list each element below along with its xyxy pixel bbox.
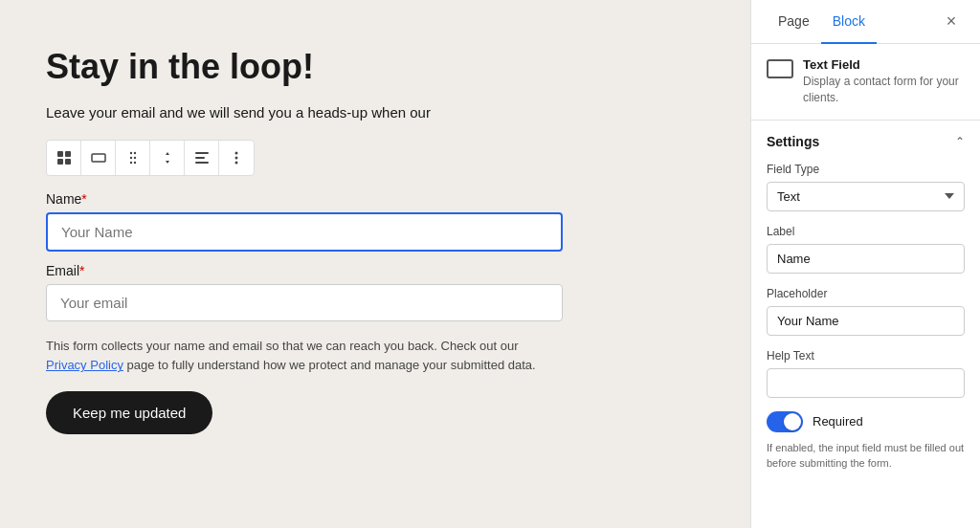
main-title: Stay in the loop! [46,46,704,87]
more-icon [234,151,238,165]
move-icon-button[interactable] [150,141,185,175]
name-field-wrapper[interactable] [46,212,563,252]
placeholder-input[interactable] [767,306,965,336]
help-text-input[interactable] [767,368,965,398]
settings-section: Settings ⌃ Field Type Text Email Number … [751,121,980,528]
submit-button[interactable]: Keep me updated [46,391,212,434]
email-input[interactable] [46,284,563,321]
align-icon [195,152,209,164]
name-input[interactable] [48,214,561,250]
field-type-select[interactable]: Text Email Number Textarea [767,182,965,211]
svg-point-7 [129,156,131,158]
svg-point-5 [129,151,131,153]
required-toggle[interactable] [767,411,803,432]
align-icon-button[interactable] [185,141,219,175]
block-type-icon [767,59,793,78]
name-label: Name* [46,191,704,207]
placeholder-label: Placeholder [767,287,965,300]
name-field-group: Name* [46,191,704,252]
subtitle: Leave your email and we will send you a … [46,102,704,124]
field-type-group: Field Type Text Email Number Textarea [767,163,965,211]
svg-point-6 [133,151,135,153]
privacy-text: This form collects your name and email s… [46,337,544,377]
required-help-text: If enabled, the input field must be fill… [767,440,965,472]
help-text-label: Help Text [767,349,965,363]
tab-block[interactable]: Block [821,0,877,44]
svg-rect-3 [65,159,71,165]
svg-point-10 [133,161,135,163]
left-panel: Stay in the loop! Leave your email and w… [0,0,750,528]
right-panel: Page Block × Text Field Display a contac… [750,0,980,528]
svg-point-9 [129,161,131,163]
settings-header: Settings ⌃ [767,134,965,149]
svg-rect-12 [195,157,205,159]
svg-point-16 [235,161,238,164]
help-text-group: Help Text [767,349,965,398]
privacy-link[interactable]: Privacy Policy [46,358,123,372]
name-required-star: * [81,191,86,207]
placeholder-group: Placeholder [767,287,965,336]
field-icon-button[interactable] [81,141,116,175]
block-description: Display a contact form for your clients. [803,74,965,106]
email-field-group: Email* [46,263,704,321]
label-group: Label [767,225,965,274]
grid-icon [56,150,72,165]
drag-icon-button[interactable] [116,141,150,175]
grid-icon-button[interactable] [47,141,81,175]
form-area: Name* Email* [46,191,704,321]
svg-rect-4 [92,154,105,162]
label-setting-label: Label [767,225,965,238]
move-icon [162,151,173,165]
block-info: Text Field Display a contact form for yo… [751,44,980,121]
label-input[interactable] [767,244,965,274]
svg-rect-2 [57,159,63,165]
field-icon [91,153,106,163]
tab-page[interactable]: Page [767,0,821,44]
email-required-star: * [79,263,84,278]
required-toggle-row: Required [767,411,965,432]
settings-title: Settings [767,134,819,149]
chevron-up-icon[interactable]: ⌃ [955,135,965,148]
required-label: Required [813,414,863,429]
svg-point-15 [235,156,238,159]
svg-rect-0 [57,151,63,157]
toggle-knob [784,413,801,430]
block-name: Text Field [803,57,965,72]
email-label: Email* [46,263,704,278]
drag-icon [128,151,138,165]
svg-point-8 [133,156,135,158]
svg-rect-11 [195,152,209,154]
more-icon-button[interactable] [219,141,254,175]
svg-rect-13 [195,162,209,164]
close-button[interactable]: × [938,9,965,35]
svg-point-14 [235,151,238,154]
panel-tabs: Page Block × [751,0,980,44]
field-type-label: Field Type [767,163,965,176]
svg-rect-1 [65,151,71,157]
block-toolbar [46,140,255,176]
